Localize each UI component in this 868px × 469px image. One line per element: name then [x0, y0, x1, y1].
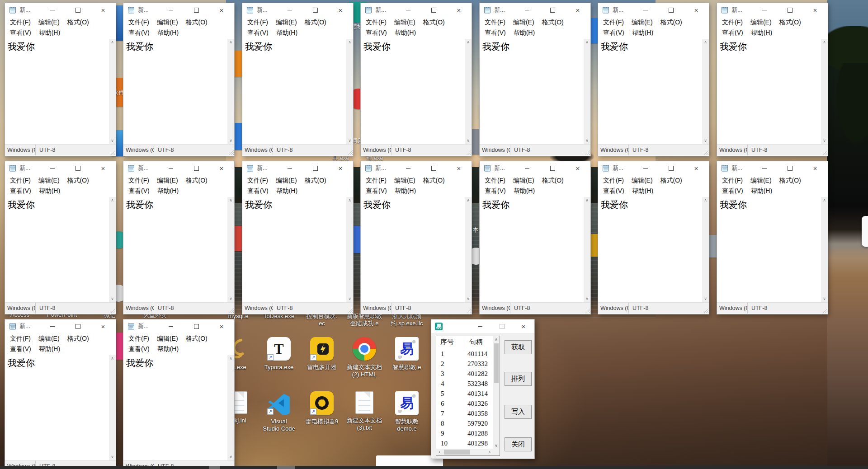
get-handles-button[interactable]: 获取 — [505, 340, 532, 354]
menu-view[interactable]: 查看(V) — [10, 345, 31, 352]
close-button[interactable]: × — [90, 319, 116, 333]
menu-edit[interactable]: 编辑(E) — [632, 177, 653, 184]
menu-format[interactable]: 格式(O) — [67, 335, 89, 342]
maximize-button[interactable] — [658, 3, 684, 17]
menu-file[interactable]: 文件(F) — [128, 335, 149, 342]
titlebar[interactable]: 新... × — [123, 319, 234, 333]
titlebar[interactable]: 新... × — [5, 161, 116, 175]
menu-file[interactable]: 文件(F) — [603, 177, 624, 184]
resize-grip[interactable] — [466, 150, 471, 155]
menu-help[interactable]: 帮助(H) — [39, 29, 60, 36]
close-button[interactable]: × — [684, 3, 709, 17]
menu-help[interactable]: 帮助(H) — [276, 29, 297, 36]
menu-format[interactable]: 格式(O) — [186, 177, 208, 184]
menu-file[interactable]: 文件(F) — [10, 177, 31, 184]
menu-view[interactable]: 查看(V) — [366, 187, 387, 194]
taskbar-segment[interactable] — [209, 466, 220, 469]
menu-format[interactable]: 格式(O) — [779, 177, 801, 184]
vertical-scrollbar[interactable]: ∧ ∨ — [109, 197, 116, 302]
titlebar[interactable]: 新... × — [361, 161, 472, 175]
menu-help[interactable]: 帮助(H) — [514, 187, 535, 194]
menu-edit[interactable]: 编辑(E) — [38, 335, 60, 342]
menu-format[interactable]: 格式(O) — [660, 177, 682, 184]
titlebar[interactable]: 易 × — [431, 319, 534, 333]
scroll-up-icon[interactable]: ∧ — [111, 198, 114, 202]
taskbar-segment[interactable] — [277, 466, 295, 469]
vertical-scrollbar[interactable]: ∧ ∨ — [821, 39, 828, 144]
close-button[interactable]: × — [328, 161, 353, 175]
menu-file[interactable]: 文件(F) — [128, 177, 149, 184]
menu-edit[interactable]: 编辑(E) — [394, 177, 415, 184]
close-button[interactable]: × — [209, 161, 234, 175]
scroll-down-icon[interactable]: ∨ — [229, 297, 232, 301]
menu-format[interactable]: 格式(O) — [542, 19, 564, 26]
menu-edit[interactable]: 编辑(E) — [157, 177, 178, 184]
menu-help[interactable]: 帮助(H) — [632, 187, 653, 194]
menu-help[interactable]: 帮助(H) — [157, 29, 179, 36]
menu-view[interactable]: 查看(V) — [128, 345, 150, 352]
close-button[interactable]: × — [802, 3, 828, 17]
scroll-up-icon[interactable]: ∧ — [348, 40, 351, 44]
menu-view[interactable]: 查看(V) — [128, 187, 150, 194]
table-row[interactable]: 8597920 — [436, 418, 493, 428]
scroll-up-icon[interactable]: ∧ — [467, 198, 470, 202]
minimize-button[interactable] — [40, 319, 65, 333]
menu-edit[interactable]: 编辑(E) — [276, 19, 297, 26]
text-editor[interactable]: 我爱你 — [598, 197, 702, 302]
minimize-button[interactable] — [277, 3, 302, 17]
text-editor[interactable]: 我爱你 — [5, 355, 109, 460]
scroll-up-icon[interactable]: ∧ — [704, 40, 707, 44]
menu-format[interactable]: 格式(O) — [423, 19, 445, 26]
minimize-button[interactable] — [633, 3, 658, 17]
maximize-button[interactable] — [658, 161, 684, 175]
scroll-up-icon[interactable]: ∧ — [229, 40, 232, 44]
titlebar[interactable]: 新... × — [361, 3, 472, 17]
titlebar[interactable]: 新... × — [480, 161, 590, 175]
desktop-icon-zhihuizhijiao-login-e[interactable]: 新版智慧职教登陆成功.e — [343, 313, 386, 327]
scroll-up-icon[interactable]: ∧ — [111, 356, 114, 361]
titlebar[interactable]: 新... × — [717, 3, 828, 17]
minimize-button[interactable] — [633, 161, 658, 175]
menu-view[interactable]: 查看(V) — [603, 187, 624, 194]
minimize-button[interactable] — [277, 161, 302, 175]
vertical-scrollbar[interactable]: ∧ ∨ — [465, 197, 472, 302]
scroll-down-icon[interactable]: ∨ — [111, 139, 114, 143]
desktop-icon-zheda-eryuan-lic[interactable]: 浙大儿院预约.sp.exe.lic — [385, 313, 429, 327]
maximize-button[interactable] — [421, 161, 446, 175]
table-row[interactable]: 4532348 — [436, 379, 493, 389]
maximize-button[interactable] — [777, 3, 802, 17]
resize-grip[interactable] — [228, 150, 234, 155]
scroll-down-icon[interactable]: ∨ — [823, 139, 826, 143]
scroll-up-icon[interactable]: ∧ — [111, 40, 114, 44]
close-button[interactable]: × — [209, 3, 234, 17]
minimize-button[interactable] — [396, 3, 421, 17]
scroll-up-icon[interactable]: ∧ — [229, 198, 232, 202]
menu-help[interactable]: 帮助(H) — [751, 29, 772, 36]
menu-format[interactable]: 格式(O) — [660, 19, 682, 26]
minimize-button[interactable] — [40, 161, 65, 175]
menu-format[interactable]: 格式(O) — [186, 335, 208, 342]
close-button[interactable]: × — [328, 3, 353, 17]
desktop-icon-zhihuizhijiao-demo-e[interactable]: 易智慧职教demo.e — [385, 391, 429, 432]
menu-format[interactable]: 格式(O) — [305, 19, 326, 26]
text-editor[interactable]: 我爱你 — [598, 39, 702, 144]
vertical-scrollbar[interactable]: ∧ ∨ — [702, 197, 709, 302]
maximize-button[interactable] — [65, 161, 90, 175]
maximize-button[interactable] — [184, 161, 209, 175]
text-editor[interactable]: 我爱你 — [123, 355, 227, 460]
minimize-button[interactable] — [752, 3, 777, 17]
scroll-down-icon[interactable]: ∨ — [585, 139, 589, 143]
menu-help[interactable]: 帮助(H) — [39, 345, 60, 352]
taskbar-autohide-strip[interactable] — [0, 466, 868, 469]
resize-grip[interactable] — [703, 150, 708, 155]
menu-edit[interactable]: 编辑(E) — [750, 177, 772, 184]
desktop-icon-leidian-emulator-9[interactable]: ↗雷电模拟器9 — [300, 391, 344, 425]
menu-view[interactable]: 查看(V) — [128, 29, 150, 36]
menu-edit[interactable]: 编辑(E) — [157, 335, 178, 342]
menu-edit[interactable]: 编辑(E) — [632, 19, 653, 26]
minimize-button[interactable] — [158, 161, 184, 175]
resize-grip[interactable] — [347, 150, 353, 155]
maximize-button[interactable] — [184, 319, 209, 333]
menu-edit[interactable]: 编辑(E) — [394, 19, 415, 26]
scroll-left-icon[interactable]: ‹ — [436, 449, 443, 455]
